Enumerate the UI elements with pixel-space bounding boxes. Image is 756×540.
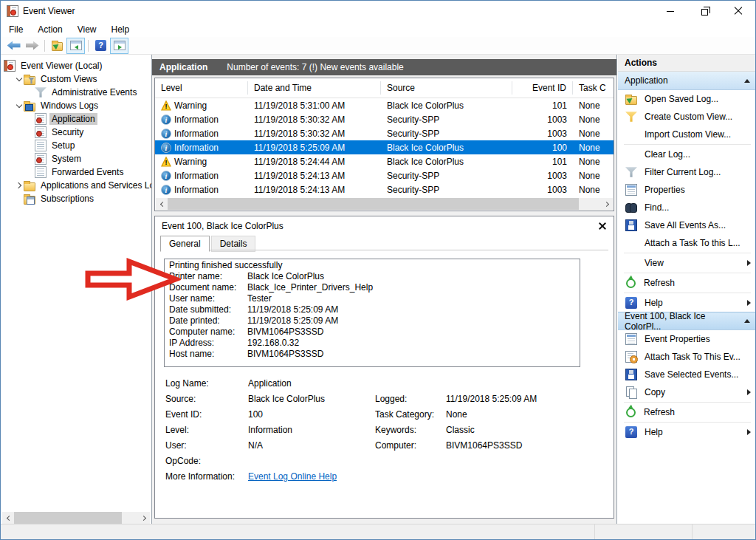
events-table: LevelDate and TimeSourceEvent IDTask C W…	[154, 78, 614, 211]
column-header-date-and-time[interactable]: Date and Time	[248, 81, 381, 95]
action-label: Help	[645, 298, 663, 308]
table-row[interactable]: Information11/19/2018 5:24:13 AMSecurity…	[155, 182, 614, 196]
sidebar-horizontal-scrollbar[interactable]	[2, 512, 150, 524]
action-help[interactable]: Help	[618, 294, 756, 312]
action-attach-a-task-to-this-l[interactable]: Attach a Task To this L...	[618, 234, 756, 252]
action-find[interactable]: Find...	[618, 199, 756, 216]
table-row[interactable]: Warning11/19/2018 5:24:44 AMBlack Ice Co…	[155, 154, 614, 168]
action-pane-toggle-button[interactable]	[110, 38, 128, 54]
table-horizontal-scrollbar[interactable]	[156, 198, 613, 210]
scroll-right-icon[interactable]	[601, 198, 613, 210]
tree-item-administrative-events[interactable]: Administrative Events	[1, 86, 151, 99]
tree-item-windows-logs[interactable]: Windows Logs	[1, 99, 151, 112]
collapse-icon[interactable]	[744, 319, 750, 323]
table-row[interactable]: Information11/19/2018 5:30:32 AMSecurity…	[155, 126, 614, 140]
scrollbar-thumb[interactable]	[168, 198, 579, 210]
tree-item-subscriptions[interactable]: Subscriptions	[1, 192, 151, 205]
scroll-left-icon[interactable]	[2, 512, 14, 524]
help-icon	[95, 40, 106, 51]
column-header-source[interactable]: Source	[381, 81, 512, 95]
preview-title-bar: Event 100, Black Ice ColorPlus	[155, 216, 614, 235]
scroll-right-icon[interactable]	[138, 512, 150, 524]
action-refresh[interactable]: Refresh	[618, 274, 756, 292]
menu-view[interactable]: View	[74, 23, 103, 36]
submenu-arrow-icon	[747, 260, 751, 266]
action-view[interactable]: View	[618, 254, 756, 272]
action-save-selected-events[interactable]: Save Selected Events...	[618, 366, 756, 383]
datetime-cell: 11/19/2018 5:31:00 AM	[248, 100, 381, 111]
action-help[interactable]: Help	[618, 423, 756, 441]
minimize-button[interactable]	[653, 1, 687, 21]
table-row[interactable]: Information11/19/2018 5:25:09 AMBlack Ic…	[155, 140, 614, 154]
separator	[624, 273, 751, 273]
tab-general[interactable]: General	[160, 236, 210, 252]
event-description-box[interactable]: Printing finished successfully Printer n…	[164, 259, 580, 367]
folder-open-icon	[52, 42, 63, 51]
actions-section-title: Event 100, Black Ice ColorPl...	[625, 311, 744, 332]
tree-item-forwarded-events[interactable]: Forwarded Events	[1, 165, 151, 179]
tree-item-custom-views[interactable]: Custom Views	[1, 72, 151, 86]
tree-item-applications-and-services-lo[interactable]: Applications and Services Lo	[1, 179, 151, 192]
collapse-icon[interactable]	[744, 79, 750, 83]
actions-section-header-event-100-black-ice-colorpl[interactable]: Event 100, Black Ice ColorPl...	[618, 312, 756, 330]
action-filter-current-log[interactable]: Filter Current Log...	[618, 163, 756, 181]
action-refresh[interactable]: Refresh	[618, 403, 756, 421]
field-label: Level:	[165, 425, 248, 436]
close-button[interactable]	[721, 1, 755, 21]
scroll-left-icon[interactable]	[156, 198, 168, 210]
action-properties[interactable]: Properties	[618, 181, 756, 199]
event-viewer-icon	[4, 60, 16, 72]
tree-item-event-viewer-local[interactable]: Event Viewer (Local)	[1, 59, 151, 72]
back-button[interactable]	[4, 38, 23, 54]
tree-item-label: Subscriptions	[38, 193, 96, 205]
help-button[interactable]	[92, 38, 110, 54]
message-field-value: 192.168.0.32	[247, 338, 299, 349]
actions-section-header-application[interactable]: Application	[618, 72, 756, 90]
message-line: User name:Tester	[169, 293, 575, 304]
open-saved-log-button[interactable]	[48, 38, 66, 54]
action-label: Save Selected Events...	[645, 369, 738, 380]
icon-spacer	[625, 148, 637, 160]
action-import-custom-view[interactable]: Import Custom View...	[618, 126, 756, 143]
field-value: 11/19/2018 5:25:09 AM	[446, 394, 605, 405]
table-row[interactable]: Warning11/19/2018 5:31:00 AMBlack Ice Co…	[155, 98, 614, 112]
action-create-custom-view[interactable]: Create Custom View...	[618, 108, 756, 126]
tree-item-setup[interactable]: Setup	[1, 139, 151, 152]
action-event-properties[interactable]: Event Properties	[618, 330, 756, 348]
action-attach-task-to-this-ev[interactable]: Attach Task To This Ev...	[618, 348, 756, 366]
menu-help[interactable]: Help	[108, 23, 137, 36]
table-row[interactable]: Information11/19/2018 5:30:32 AMSecurity…	[155, 112, 614, 126]
tree-item-security[interactable]: Security	[1, 126, 151, 139]
preview-close-icon[interactable]	[598, 222, 607, 230]
level-label: Warning	[174, 100, 207, 111]
tree: Event Viewer (Local)Custom ViewsAdminist…	[1, 55, 151, 205]
action-save-all-events-as[interactable]: Save All Events As...	[618, 216, 756, 234]
forward-button[interactable]	[23, 38, 41, 54]
chevron-right-icon[interactable]	[15, 181, 24, 190]
tree-item-system[interactable]: System	[1, 152, 151, 165]
action-label: Refresh	[644, 407, 675, 417]
scrollbar-thumb[interactable]	[14, 512, 122, 524]
event-log-online-help-link[interactable]: Event Log Online Help	[248, 471, 375, 482]
table-row[interactable]: Information11/19/2018 5:24:13 AMSecurity…	[155, 168, 614, 182]
action-clear-log[interactable]: Clear Log...	[618, 146, 756, 163]
console-tree-panel-icon	[70, 41, 82, 50]
chevron-down-icon[interactable]	[15, 101, 24, 110]
menu-file[interactable]: File	[5, 23, 30, 36]
menu-action[interactable]: Action	[34, 23, 69, 36]
field-value: BIVM1064PS3SSD	[446, 440, 605, 451]
action-open-saved-log[interactable]: Open Saved Log...	[618, 90, 756, 108]
datetime-cell: 11/19/2018 5:24:13 AM	[248, 171, 381, 181]
level-label: Information	[174, 171, 219, 181]
column-header-event-id[interactable]: Event ID	[512, 81, 573, 95]
restore-button[interactable]	[687, 1, 721, 21]
column-header-level[interactable]: Level	[155, 81, 248, 95]
tree-item-application[interactable]: Application	[1, 112, 151, 126]
chevron-down-icon[interactable]	[15, 75, 24, 83]
column-header-task-c[interactable]: Task C	[573, 81, 614, 95]
help-icon	[625, 426, 637, 438]
properties-icon	[625, 184, 637, 196]
action-copy[interactable]: Copy	[618, 383, 756, 401]
action-label: Properties	[645, 185, 685, 195]
console-tree-toggle-button[interactable]	[66, 38, 85, 54]
